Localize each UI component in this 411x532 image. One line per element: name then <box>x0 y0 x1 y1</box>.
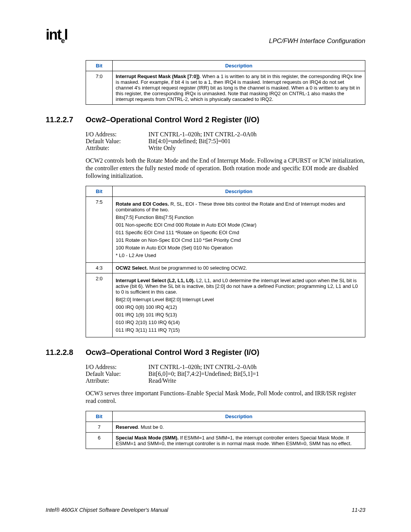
intel-logo: intel <box>46 27 67 45</box>
cell-bit: 6 <box>86 432 113 449</box>
cell-bit: 7 <box>86 422 113 432</box>
header-section-title: LPC/FWH Interface Configuration <box>269 37 365 45</box>
table1-body: 7:0Interrupt Request Mask (Mask [7:0]). … <box>86 71 365 104</box>
page: intel LPC/FWH Interface Configuration Bi… <box>0 0 411 482</box>
section-heading-ocw2: 11.2.2.7 Ocw2–Operational Control Word 2… <box>46 115 365 124</box>
section-title: Ocw3–Operational Control Word 3 Register… <box>86 348 259 357</box>
register-info-ocw2: I/O Address:INT CNTRL-1–020h; INT CNTRL-… <box>86 131 365 152</box>
info-key: I/O Address: <box>86 364 148 371</box>
footer-manual-title: Intel® 460GX Chipset Software Developer'… <box>46 507 168 513</box>
page-content: Bit Description 7:0Interrupt Request Mas… <box>86 60 365 449</box>
register-info-ocw3: I/O Address:INT CNTRL-1–020h; INT CNTRL-… <box>86 364 365 384</box>
info-row: Attribute:Write Only <box>86 145 365 152</box>
cell-bit: 4:3 <box>86 262 113 273</box>
info-key: Default Value: <box>86 138 148 145</box>
col-header-bit: Bit <box>86 411 113 422</box>
table3-body: 7Reserved. Must be 0.6Special Mask Mode … <box>86 422 365 449</box>
info-value: INT CNTRL-1–020h; INT CNTRL-2–0A0h <box>148 364 256 371</box>
cell-bit: 2:0 <box>86 273 113 337</box>
section-heading-ocw3: 11.2.2.8 Ocw3–Operational Control Word 3… <box>46 348 365 357</box>
table-row: 7:0Interrupt Request Mask (Mask [7:0]). … <box>86 71 365 104</box>
info-value: Read/Write <box>148 377 176 384</box>
info-key: Default Value: <box>86 371 148 377</box>
bit-table-ocw3: Bit Description 7Reserved. Must be 0.6Sp… <box>86 411 365 449</box>
cell-description: OCW2 Select. Must be programmed to 00 se… <box>113 262 365 273</box>
col-header-description: Description <box>113 186 365 197</box>
page-header: intel LPC/FWH Interface Configuration <box>46 27 365 45</box>
table-row: 4:3OCW2 Select. Must be programmed to 00… <box>86 262 365 273</box>
section-title: Ocw2–Operational Control Word 2 Register… <box>86 115 259 124</box>
info-key: I/O Address: <box>86 131 148 138</box>
col-header-description: Description <box>113 411 365 422</box>
section-number: 11.2.2.8 <box>46 348 86 357</box>
info-value: Write Only <box>148 145 176 152</box>
info-row: Default Value:Bit[4:0]=undefined; Bit[7:… <box>86 138 365 145</box>
cell-description: Reserved. Must be 0. <box>113 422 365 432</box>
bit-table-ocw1-continued: Bit Description 7:0Interrupt Request Mas… <box>86 60 365 105</box>
col-header-bit: Bit <box>86 186 113 197</box>
info-value: INT CNTRL-1–020h; INT CNTRL-2–0A0h <box>148 131 256 138</box>
info-value: Bit[4:0]=undefined; Bit[7:5]=001 <box>148 138 231 145</box>
cell-bit: 7:0 <box>86 71 113 104</box>
info-row: Attribute:Read/Write <box>86 377 365 384</box>
page-footer: Intel® 460GX Chipset Software Developer'… <box>46 507 365 513</box>
cell-description: Special Mask Mode (SMM). If ESMM=1 and S… <box>113 432 365 449</box>
cell-description: Rotate and EOI Codes. R, SL, EOI - These… <box>113 197 365 262</box>
table-row: 2:0Interrupt Level Select (L2, L1, L0). … <box>86 273 365 337</box>
section-number: 11.2.2.7 <box>46 115 86 124</box>
footer-page-number: 11-23 <box>352 507 365 513</box>
cell-description: Interrupt Request Mask (Mask [7:0]). Whe… <box>113 71 365 104</box>
info-key: Attribute: <box>86 377 148 384</box>
info-row: Default Value:Bit[6,0]=0; Bit[7,4:2]=Und… <box>86 371 365 377</box>
cell-description: Interrupt Level Select (L2, L1, L0). L2,… <box>113 273 365 337</box>
col-header-description: Description <box>113 60 365 71</box>
table-row: 6Special Mask Mode (SMM). If ESMM=1 and … <box>86 432 365 449</box>
table-row: 7:5Rotate and EOI Codes. R, SL, EOI - Th… <box>86 197 365 262</box>
info-value: Bit[6,0]=0; Bit[7,4:2]=Undefined; Bit[5,… <box>148 371 259 377</box>
bit-table-ocw2: Bit Description 7:5Rotate and EOI Codes.… <box>86 186 365 337</box>
col-header-bit: Bit <box>86 60 113 71</box>
paragraph-ocw3: OCW3 serves three important Functions–En… <box>86 390 365 405</box>
info-key: Attribute: <box>86 145 148 152</box>
info-row: I/O Address:INT CNTRL-1–020h; INT CNTRL-… <box>86 131 365 138</box>
cell-bit: 7:5 <box>86 197 113 262</box>
paragraph-ocw2: OCW2 controls both the Rotate Mode and t… <box>86 157 365 180</box>
table-row: 7Reserved. Must be 0. <box>86 422 365 432</box>
info-row: I/O Address:INT CNTRL-1–020h; INT CNTRL-… <box>86 364 365 371</box>
table2-body: 7:5Rotate and EOI Codes. R, SL, EOI - Th… <box>86 197 365 337</box>
